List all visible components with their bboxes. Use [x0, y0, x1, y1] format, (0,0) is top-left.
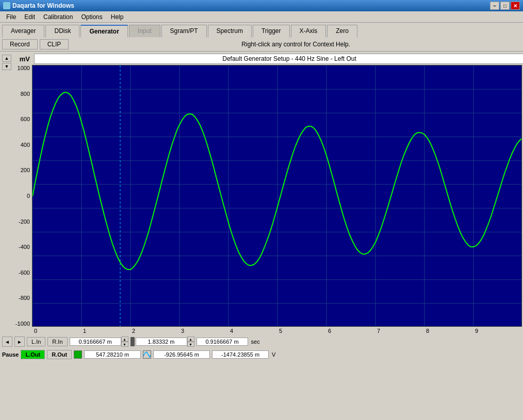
status-value3: -1474.23855 m — [212, 350, 269, 359]
x-label-7: 7 — [377, 328, 426, 334]
title-bar-text: Daqarta for Windows — [3, 2, 74, 9]
minimize-button[interactable]: – — [490, 2, 499, 10]
graph-row: ▲ ▼ mV Default Generator Setup - 440 Hz … — [2, 53, 521, 334]
tab-sgram[interactable]: Sgram/PT — [161, 25, 207, 38]
tab-zero[interactable]: Zero — [327, 25, 357, 38]
y-label-n400: -400 — [11, 244, 30, 250]
app-title: Daqarta for Windows — [12, 2, 74, 9]
x-label-1: 1 — [83, 328, 132, 334]
x-label-6: 6 — [328, 328, 377, 334]
y-label-n600: -600 — [11, 270, 30, 276]
separator1 — [130, 337, 135, 346]
value2-spinner: ▲ ▼ — [187, 337, 194, 347]
scroll-down-button[interactable]: ▼ — [2, 63, 11, 70]
lout-button[interactable]: L.Out — [21, 350, 45, 359]
x-label-2: 2 — [132, 328, 181, 334]
y-label-200: 200 — [11, 167, 30, 173]
main-toolbar: Averager DDisk Generator Input Sgram/PT … — [0, 23, 523, 38]
x-label-3: 3 — [181, 328, 230, 334]
value3-display: 0.9166667 m — [197, 338, 248, 346]
status-row: Pause L.Out R.Out 547.28210 m -926.95645… — [0, 348, 523, 361]
tab-xaxis[interactable]: X-Axis — [291, 25, 326, 38]
y-label-0: 0 — [11, 193, 30, 199]
sub-toolbar: Record CLIP Right-click any control for … — [0, 38, 523, 52]
status-value1: 547.28210 m — [84, 350, 141, 359]
tab-ddisk[interactable]: DDisk — [45, 25, 79, 38]
tab-generator[interactable]: Generator — [80, 25, 127, 38]
wave-icon — [143, 351, 151, 358]
record-button[interactable]: Record — [2, 39, 38, 49]
y-label-n1000: -1000 — [11, 321, 30, 327]
nav-left-button[interactable]: ◄ — [2, 337, 12, 347]
menu-calibration[interactable]: Calibration — [39, 12, 77, 22]
rin-button[interactable]: R.In — [47, 337, 67, 346]
value2-spin-down[interactable]: ▼ — [187, 342, 194, 347]
tab-trigger[interactable]: Trigger — [253, 25, 290, 38]
window-controls: – □ ✕ — [490, 2, 520, 10]
value1-group: 0.9166667 m ▲ ▼ — [70, 337, 128, 347]
value1-spinner: ▲ ▼ — [121, 337, 128, 347]
tab-spectrum[interactable]: Spectrum — [208, 25, 252, 38]
value2-display: 1.83332 m — [136, 338, 187, 346]
pause-label: Pause — [2, 351, 19, 358]
bottom-controls: ◄ ► L.In R.In 0.9166667 m ▲ ▼ 1.83332 m … — [0, 335, 523, 348]
menu-edit[interactable]: Edit — [20, 12, 39, 22]
tab-input[interactable]: Input — [129, 25, 160, 38]
maximize-button[interactable]: □ — [500, 2, 510, 10]
y-label-1000: 1000 — [11, 65, 30, 71]
title-bar: Daqarta for Windows – □ ✕ — [0, 0, 523, 11]
x-label-9: 9 — [475, 328, 523, 334]
y-label-600: 600 — [11, 116, 30, 122]
app-icon — [3, 2, 10, 9]
x-label-5: 5 — [279, 328, 328, 334]
nav-right-button[interactable]: ► — [14, 337, 25, 347]
y-label-800: 800 — [11, 91, 30, 97]
value2-group: 1.83332 m ▲ ▼ — [130, 337, 194, 347]
waveform-graph[interactable] — [32, 65, 522, 327]
menu-bar: File Edit Calibration Options Help — [0, 11, 523, 23]
tab-averager[interactable]: Averager — [2, 25, 44, 38]
graph-container: ▲ ▼ mV Default Generator Setup - 440 Hz … — [0, 52, 523, 334]
generator-label: Default Generator Setup - 440 Hz Sine - … — [34, 54, 523, 64]
graph-wrapper: mV Default Generator Setup - 440 Hz Sine… — [11, 53, 523, 334]
clip-button[interactable]: CLIP — [40, 39, 69, 49]
value1-spin-up[interactable]: ▲ — [121, 337, 128, 342]
x-label-4: 4 — [230, 328, 279, 334]
menu-options[interactable]: Options — [77, 12, 106, 22]
x-label-8: 8 — [426, 328, 475, 334]
y-axis-labels: 1000 800 600 400 200 0 -200 -400 -600 -8… — [11, 65, 32, 327]
close-button[interactable]: ✕ — [511, 2, 520, 10]
value1-spin-down[interactable]: ▼ — [121, 342, 128, 347]
voltage-unit-label: V — [271, 351, 276, 358]
context-help-text: Right-click any control for Context Help… — [71, 41, 521, 48]
value1-display: 0.9166667 m — [70, 338, 121, 346]
lout-color-indicator — [74, 350, 82, 359]
x-axis-labels: 0 1 2 3 4 5 6 7 8 9 10 — [11, 327, 523, 334]
scroll-buttons: ▲ ▼ — [2, 53, 11, 334]
graph-area: 1000 800 600 400 200 0 -200 -400 -600 -8… — [11, 65, 523, 327]
scroll-up-button[interactable]: ▲ — [2, 55, 11, 62]
x-label-0: 0 — [34, 328, 83, 334]
time-unit-label: sec — [250, 339, 261, 345]
y-label-400: 400 — [11, 142, 30, 148]
y-label-n200: -200 — [11, 219, 30, 225]
graph-header: mV Default Generator Setup - 440 Hz Sine… — [11, 53, 523, 65]
rout-button[interactable]: R.Out — [47, 350, 72, 359]
y-axis-unit: mV — [11, 55, 32, 63]
menu-file[interactable]: File — [2, 12, 20, 22]
menu-help[interactable]: Help — [107, 12, 128, 22]
status-value2: -926.95645 m — [153, 350, 210, 359]
y-label-n800: -800 — [11, 295, 30, 301]
value2-spin-up[interactable]: ▲ — [187, 337, 194, 342]
wave-indicator — [143, 350, 151, 359]
lin-button[interactable]: L.In — [27, 337, 45, 346]
